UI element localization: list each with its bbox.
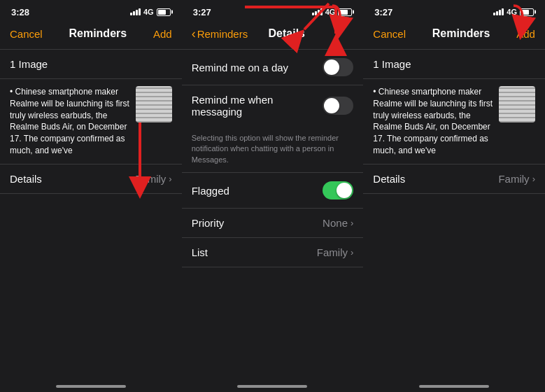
status-time-3: 3:27 (374, 7, 392, 18)
nav-title-2: Details (269, 27, 305, 40)
list-label: List (192, 246, 317, 258)
phone-screen-1: 3:28 4G Cancel Reminders Add (0, 0, 182, 392)
home-indicator-1 (0, 372, 182, 392)
chevron-icon-3: › (532, 174, 535, 184)
list-chevron-icon: › (351, 247, 353, 258)
image-row-3: 1 Image (363, 50, 545, 79)
priority-label: Priority (192, 217, 323, 229)
cancel-button-3[interactable]: Cancel (373, 28, 406, 40)
remind-messaging-row-inner: Remind me when messaging (192, 94, 354, 122)
signal-icon-3 (493, 8, 504, 15)
battery-fill-2 (339, 10, 347, 15)
nav-bar-2: ‹ Reminders Details (182, 21, 364, 49)
remind-messaging-label: Remind me when messaging (192, 94, 323, 118)
signal-bar-4 (139, 8, 141, 15)
back-label-2: Reminders (197, 28, 248, 40)
status-time-1: 3:28 (11, 7, 29, 18)
battery-icon-3 (520, 8, 534, 16)
signal-bar-2 (133, 11, 135, 15)
status-bar-3: 3:27 4G (363, 0, 545, 21)
cancel-button-1[interactable]: Cancel (10, 28, 43, 40)
phone-screen-2: 3:27 4G ‹ Reminders Details (182, 0, 364, 392)
signal-icon-2 (312, 8, 323, 15)
nav-bar-3: Cancel Reminders Add (363, 21, 545, 49)
phone-screen-3: 3:27 4G Cancel Reminders Add (363, 0, 545, 392)
home-bar-1 (56, 385, 126, 388)
note-area-3: Chinese smartphone maker Realme will be … (363, 79, 545, 164)
nav-title-3: Reminders (432, 27, 490, 40)
chevron-icon-1: › (169, 174, 171, 184)
status-bar-2: 3:27 4G (182, 0, 364, 21)
signal-bar-3 (136, 10, 138, 15)
flagged-toggle[interactable] (323, 181, 353, 200)
add-button-1[interactable]: Add (153, 28, 172, 40)
thumb-lines-3 (499, 86, 535, 122)
remind-day-row: Remind me on a day (182, 50, 364, 85)
note-thumb-1 (136, 86, 172, 122)
status-icons-2: 4G (312, 8, 353, 16)
toggle-knob-2 (324, 98, 339, 113)
back-button-2[interactable]: ‹ Reminders (192, 27, 248, 41)
battery-fill-1 (158, 10, 166, 15)
details-row-3[interactable]: Details Family › (363, 164, 545, 194)
back-chevron-icon: ‹ (192, 27, 196, 41)
network-type-1: 4G (143, 8, 154, 16)
signal-icon-1 (130, 8, 141, 15)
note-content-3: Chinese smartphone maker Realme will be … (373, 86, 493, 157)
toggle-knob-1 (324, 59, 339, 75)
image-count-label-3: 1 Image (373, 58, 411, 70)
network-type-2: 4G (325, 8, 336, 16)
flagged-row: Flagged (182, 173, 364, 209)
nav-title-1: Reminders (69, 27, 127, 40)
image-count-label-1: 1 Image (10, 58, 48, 70)
status-time-2: 3:27 (193, 7, 211, 18)
details-value-text-1: Family (135, 173, 166, 185)
home-indicator-3 (363, 372, 545, 392)
add-button-3[interactable]: Add (516, 28, 535, 40)
priority-row[interactable]: Priority None › (182, 209, 364, 238)
signal-bar-1 (130, 13, 132, 15)
panel-1: 3:28 4G Cancel Reminders Add (0, 0, 182, 392)
battery-fill-3 (521, 10, 529, 15)
priority-value: None (323, 217, 348, 229)
details-value-text-3: Family (498, 173, 529, 185)
panel-3: 3:27 4G Cancel Reminders Add (363, 0, 545, 392)
details-value-1: Family › (135, 173, 172, 185)
note-text-1: Chinese smartphone maker Realme will be … (10, 86, 130, 157)
status-icons-3: 4G (493, 8, 534, 16)
details-label-1: Details (10, 173, 135, 185)
remind-messaging-toggle[interactable] (323, 97, 353, 115)
remind-day-label: Remind me on a day (192, 62, 323, 74)
note-content-1: Chinese smartphone maker Realme will be … (10, 86, 130, 157)
list-row[interactable]: List Family › (182, 238, 364, 267)
home-bar-3 (419, 385, 489, 388)
home-bar-2 (237, 385, 307, 388)
home-indicator-2 (182, 372, 364, 392)
remind-messaging-row: Remind me when messaging (182, 85, 364, 130)
battery-icon-2 (338, 8, 352, 16)
remind-day-toggle[interactable] (323, 58, 353, 76)
battery-icon-1 (157, 8, 171, 16)
note-text-3: Chinese smartphone maker Realme will be … (373, 86, 493, 157)
priority-chevron-icon: › (351, 218, 353, 228)
network-type-3: 4G (507, 8, 517, 16)
details-row-1[interactable]: Details Family › (0, 164, 182, 194)
list-value: Family (317, 246, 348, 258)
note-area-1: Chinese smartphone maker Realme will be … (0, 79, 182, 164)
messaging-subtext: Selecting this option will show the remi… (182, 130, 364, 173)
status-bar-1: 3:28 4G (0, 0, 182, 21)
details-label-3: Details (373, 173, 498, 185)
thumb-lines-1 (136, 86, 172, 122)
flagged-label: Flagged (192, 185, 323, 197)
toggle-knob-3 (337, 183, 352, 198)
nav-bar-1: Cancel Reminders Add (0, 21, 182, 49)
details-value-3: Family › (498, 173, 535, 185)
panel-2: 3:27 4G ‹ Reminders Details (182, 0, 364, 392)
note-thumb-3 (499, 86, 535, 122)
status-icons-1: 4G (130, 8, 171, 16)
image-row-1: 1 Image (0, 50, 182, 79)
